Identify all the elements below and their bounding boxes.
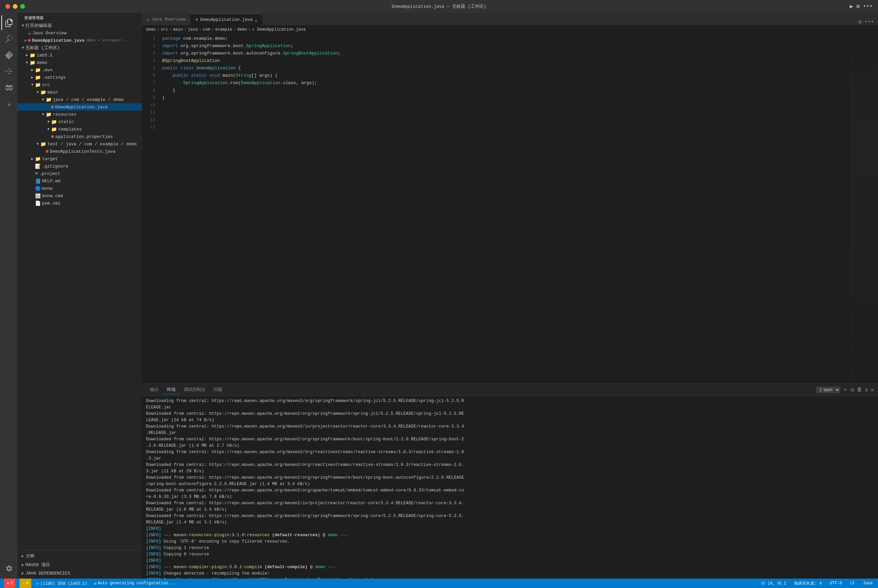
more-tabs-icon[interactable]: ••• [864,19,874,25]
tree-lab51[interactable]: ▶ 📁 lab5.1 [18,51,142,59]
error-count[interactable]: ⊗ 0 [4,579,15,588]
layout-icon[interactable]: ⊞ [857,3,860,10]
tab-problems[interactable]: 问题 [210,385,227,394]
close-panel-icon[interactable]: ✕ [870,387,874,393]
minimize-button[interactable] [13,4,18,9]
code-editor[interactable]: 1 2 3 4 5 6 7 8 9 10 11 12 13 package co… [142,34,878,384]
tab-java-overview[interactable]: ☕ Java Overview [142,14,191,25]
split-editor-icon[interactable]: ⊞ [858,18,862,25]
folder-icon: 📁 [46,112,51,117]
tree-project[interactable]: ≡ .project [18,170,142,177]
maximize-panel-icon[interactable]: ∧ [865,387,868,393]
breadcrumb-demo2[interactable]: demo [237,27,247,32]
folder-icon: 📁 [35,67,41,73]
tree-src[interactable]: ▼ 📁 src [18,81,142,88]
breadcrumb-com[interactable]: com [203,27,210,32]
terminal-content[interactable]: Downloading from central: https://repo.m… [142,396,878,579]
maven-label: MAVEN 项目 [26,562,50,568]
tree-settings[interactable]: ▶ 📁 .settings [18,74,142,81]
open-editor-demo-application[interactable]: ✕ DemoApplication.java demo • src/main/.… [18,37,142,44]
encoding[interactable]: UTF-8 [828,579,843,588]
breadcrumb-src[interactable]: src [161,27,168,32]
tree-mvn[interactable]: ▶ 📁 .mvn [18,66,142,74]
tree-demoapplication[interactable]: DemoApplication.java [18,103,142,111]
tree-templates[interactable]: ▼ 📁 templates [18,126,142,133]
close-button[interactable] [5,4,10,9]
tree-resources[interactable]: ▼ 📁 resources [18,111,142,118]
settings-icon[interactable] [2,561,16,576]
status-bar-right: 行 14, 列 1 制表符长度: 4 UTF-8 LF Java [760,579,874,588]
breadcrumb-java[interactable]: java [188,27,198,32]
tree-mvnw[interactable]: 🔵 mvnw [18,184,142,192]
close-icon: ✕ [24,38,27,43]
tree-helpmd[interactable]: 📘 HELP.md [18,177,142,184]
status-bar: ⊗ 0 ⚠ 0 ▷ (lldb) 启动 (lab5.1) ↺ Auto gene… [0,579,878,588]
tree-mvnwcmd[interactable]: 🪟 mvnw.cmd [18,192,142,200]
debug-status[interactable]: ▷ (lldb) 启动 (lab5.1) [35,579,89,588]
maven-section[interactable]: ▶ MAVEN 项目 [18,560,142,569]
tree-static[interactable]: ▼ 📁 static [18,118,142,126]
folder-icon: 📁 [35,82,41,88]
tab-size[interactable]: 制表符长度: 4 [793,579,823,588]
delete-terminal-icon[interactable]: 🗑 [857,387,862,393]
open-editors-section[interactable]: ▼ 打开的编辑器 [18,22,142,29]
md-icon: 📘 [35,178,41,184]
code-content[interactable]: package com.example.demo; import org.spr… [159,34,851,384]
explorer-title: 资源管理器 [18,13,142,22]
line-ending[interactable]: LF [849,579,856,588]
tree-demo[interactable]: ▼ 📁 demo [18,59,142,66]
panel-area: 输出 终端 调试控制台 问题 1: bash ＋ ⊟ 🗑 ∧ ✕ [142,384,878,579]
extensions-icon[interactable] [2,80,16,95]
breadcrumb: demo › src › main › java › com › example… [142,26,878,34]
cursor-position[interactable]: 行 14, 列 1 [760,579,788,588]
run-debug-icon[interactable] [2,64,16,79]
explorer-icon[interactable] [2,15,16,30]
auto-gen-status[interactable]: ↺ Auto generating configuration... [93,579,177,588]
folder-icon: 📁 [30,52,35,58]
tree-test-path[interactable]: ▼ 📁 test / java / com / example / demo [18,140,142,148]
breadcrumb-file[interactable]: DemoApplication.java [257,27,306,32]
xml-icon: 📄 [35,201,41,206]
tree-java-path[interactable]: ▼ 📁 java / com / example / demo [18,96,142,103]
terminal-line: [INFO] --- maven-compiler-plugin:3.8.1:c… [146,564,874,570]
terminal-line: Downloaded from central: https://repo.ma… [146,475,874,488]
tree-demotests[interactable]: DemoApplicationTests.java [18,148,142,155]
tab-output[interactable]: 输出 [146,385,163,394]
warning-count[interactable]: ⚠ 0 [20,579,31,588]
more-icon[interactable]: ••• [863,3,873,9]
outline-section[interactable]: ▶ 大纲 [18,552,142,560]
java-icon[interactable]: ☕ [2,96,16,111]
terminal-line: Downloaded from central: https://repo.ma… [146,411,874,423]
error-icon: ⊗ [7,581,9,586]
breadcrumb-demo[interactable]: demo [146,27,156,32]
breadcrumb-main[interactable]: main [173,27,183,32]
tab-debug-console[interactable]: 调试控制台 [180,385,210,394]
git-icon[interactable] [2,48,16,63]
terminal-select[interactable]: 1: bash [816,387,840,393]
language-mode[interactable]: Java [861,579,874,588]
open-editor-java-overview[interactable]: ☕ Java Overview [18,29,142,37]
terminal-line: [INFO] Copying 0 resource [146,551,874,558]
java-deps-section[interactable]: ▶ JAVA DEPENDENCIES [18,569,142,577]
add-terminal-icon[interactable]: ＋ [843,386,848,393]
tab-bar: ☕ Java Overview ● DemoApplication.java ✕… [142,13,878,26]
terminal-line: Downloading from central: https://repo.m… [146,423,874,436]
split-terminal-icon[interactable]: ⊟ [851,387,854,393]
breadcrumb-example[interactable]: example [215,27,232,32]
main-layout: ☕ 资源管理器 ▼ 打开的编辑器 ☕ Java Overview ✕ DemoA… [0,13,878,579]
tab-terminal[interactable]: 终端 [163,385,180,394]
terminal-line: [INFO] [146,558,874,564]
error-dot [46,150,48,153]
tree-target[interactable]: ▶ 📁 target [18,155,142,162]
tree-app-properties[interactable]: application.properties [18,133,142,140]
tree-gitignore[interactable]: 📝 .gitignore [18,162,142,170]
maximize-button[interactable] [20,4,25,9]
tab-actions: ⊞ ••• [854,18,878,25]
tree-pomxml[interactable]: 📄 pom.xml [18,200,142,207]
search-icon[interactable] [2,32,16,46]
tab-demo-application[interactable]: ● DemoApplication.java ✕ [191,14,263,25]
workspace-section[interactable]: ▼ 无标题 (工作区) [18,44,142,51]
tree-main[interactable]: ▼ 📁 main [18,88,142,96]
run-icon[interactable]: ▶ [850,3,853,10]
encoding-label: UTF-8 [830,581,842,586]
